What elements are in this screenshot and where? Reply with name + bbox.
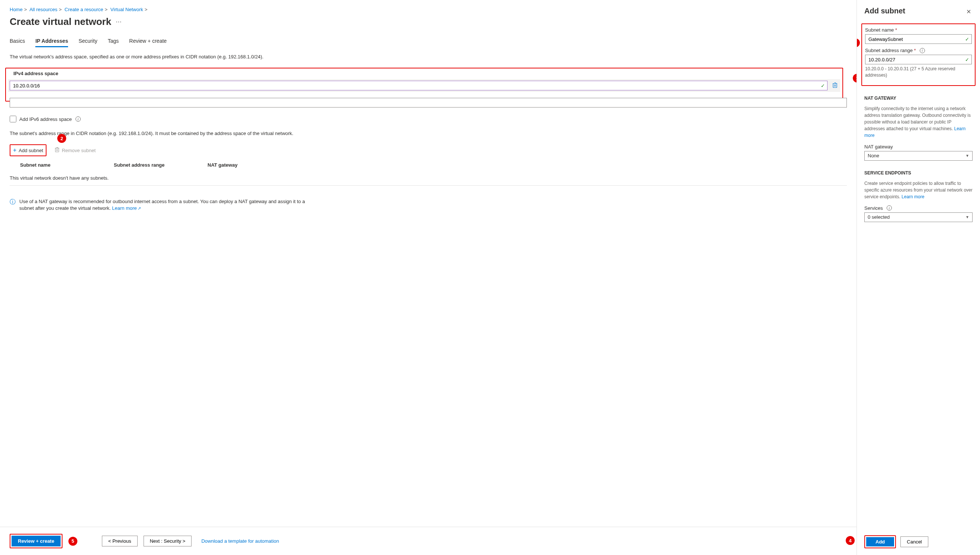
service-endpoints-section-head: SERVICE ENDPOINTS: [864, 170, 972, 176]
nat-gateway-para: Simplify connectivity to the internet us…: [864, 105, 972, 139]
callout-5: 5: [69, 537, 77, 546]
panel-title: Add subnet: [864, 7, 905, 15]
nat-gateway-label: NAT gateway: [864, 144, 972, 149]
subnet-name-label: Subnet name *: [865, 27, 972, 33]
previous-button[interactable]: < Previous: [102, 536, 138, 547]
tab-basics[interactable]: Basics: [10, 38, 25, 47]
info-icon[interactable]: i: [920, 48, 925, 53]
page-title: Create virtual network: [10, 16, 111, 27]
callout-3: 3: [857, 38, 860, 47]
tab-tags[interactable]: Tags: [108, 38, 119, 47]
address-space-input[interactable]: [13, 83, 817, 88]
trash-icon: [54, 147, 59, 154]
subnet-range-input[interactable]: [868, 57, 962, 63]
callout-1: 1: [853, 74, 857, 83]
subnet-name-input[interactable]: [868, 37, 962, 42]
add-subnet-button[interactable]: + Add subnet: [11, 146, 45, 155]
nat-info-text: Use of a NAT gateway is recommended for …: [19, 199, 305, 211]
tabs: Basics IP Addresses Security Tags Review…: [10, 38, 847, 47]
checkmark-icon: ✓: [965, 57, 969, 63]
info-icon[interactable]: i: [75, 116, 81, 122]
ip-addresses-description: The virtual network's address space, spe…: [10, 54, 847, 59]
column-subnet-name: Subnet name: [20, 162, 114, 168]
ipv4-address-space-label: IPv4 address space: [8, 71, 840, 76]
breadcrumb-all-resources[interactable]: All resources: [29, 7, 57, 12]
subnet-range-label: Subnet address range * i: [865, 48, 972, 53]
nat-gateway-select[interactable]: None ▼: [864, 151, 972, 161]
address-space-input-empty[interactable]: [13, 100, 844, 106]
callout-4: 4: [846, 536, 855, 545]
cancel-button[interactable]: Cancel: [900, 536, 928, 547]
nat-info-box: ⓘ Use of a NAT gateway is recommended fo…: [10, 198, 307, 212]
info-icon[interactable]: i: [887, 205, 892, 210]
add-ipv6-checkbox[interactable]: [10, 115, 16, 122]
chevron-down-icon: ▼: [966, 154, 969, 158]
column-nat-gateway: NAT gateway: [208, 162, 847, 168]
breadcrumb-home[interactable]: Home: [10, 7, 23, 12]
nat-gateway-value: None: [868, 153, 879, 159]
svg-rect-1: [55, 148, 59, 152]
external-link-icon: ↗: [138, 206, 141, 210]
breadcrumb-virtual-network[interactable]: Virtual Network: [110, 7, 143, 12]
address-space-row: ✓: [8, 79, 840, 92]
subnet-range-helper: 10.20.0.0 - 10.20.0.31 (27 + 5 Azure res…: [865, 66, 972, 79]
add-ipv6-label: Add IPv6 address space: [19, 116, 72, 122]
more-actions-icon[interactable]: ⋯: [116, 18, 122, 25]
services-select[interactable]: 0 selected ▼: [864, 212, 972, 222]
column-subnet-range: Subnet address range: [114, 162, 208, 168]
breadcrumb: Home> All resources> Create a resource> …: [10, 7, 847, 12]
download-template-link[interactable]: Download a template for automation: [201, 538, 279, 544]
callout-2: 2: [57, 134, 66, 143]
subnet-description: The subnet's address range in CIDR notat…: [10, 131, 300, 136]
svg-rect-0: [833, 83, 837, 87]
review-create-button[interactable]: Review + create: [11, 536, 61, 547]
plus-icon: +: [13, 147, 16, 154]
add-subnet-label: Add subnet: [19, 148, 43, 153]
address-space-input-wrap: ✓: [10, 81, 828, 90]
add-subnet-panel: Add subnet ✕ 3 Subnet name * ✓ Subnet ad…: [857, 0, 980, 555]
breadcrumb-create-resource[interactable]: Create a resource: [65, 7, 103, 12]
remove-subnet-button: Remove subnet: [53, 144, 98, 156]
footer-bar: Review + create 5 < Previous Next : Secu…: [0, 527, 857, 555]
service-endpoints-para: Create service endpoint policies to allo…: [864, 180, 972, 200]
tab-review-create[interactable]: Review + create: [129, 38, 167, 47]
tab-security[interactable]: Security: [78, 38, 98, 47]
add-button[interactable]: Add: [866, 537, 894, 547]
info-circle-icon: ⓘ: [10, 198, 16, 212]
nat-gateway-section-head: NAT GATEWAY: [864, 96, 972, 101]
subnet-table: Subnet name Subnet address range NAT gat…: [10, 160, 847, 186]
next-button[interactable]: Next : Security >: [144, 536, 192, 547]
checkmark-icon: ✓: [965, 37, 969, 42]
learn-more-link[interactable]: Learn more↗: [112, 205, 141, 211]
close-icon[interactable]: ✕: [965, 7, 972, 17]
subnet-table-empty: This virtual network doesn't have any su…: [10, 172, 847, 186]
checkmark-icon: ✓: [821, 83, 825, 88]
services-label: Services i: [864, 205, 972, 211]
chevron-down-icon: ▼: [966, 215, 969, 219]
tab-ip-addresses[interactable]: IP Addresses: [35, 38, 68, 47]
delete-icon[interactable]: [831, 82, 839, 89]
remove-subnet-label: Remove subnet: [62, 148, 96, 153]
learn-more-link[interactable]: Learn more: [902, 194, 924, 199]
services-value: 0 selected: [868, 214, 890, 220]
